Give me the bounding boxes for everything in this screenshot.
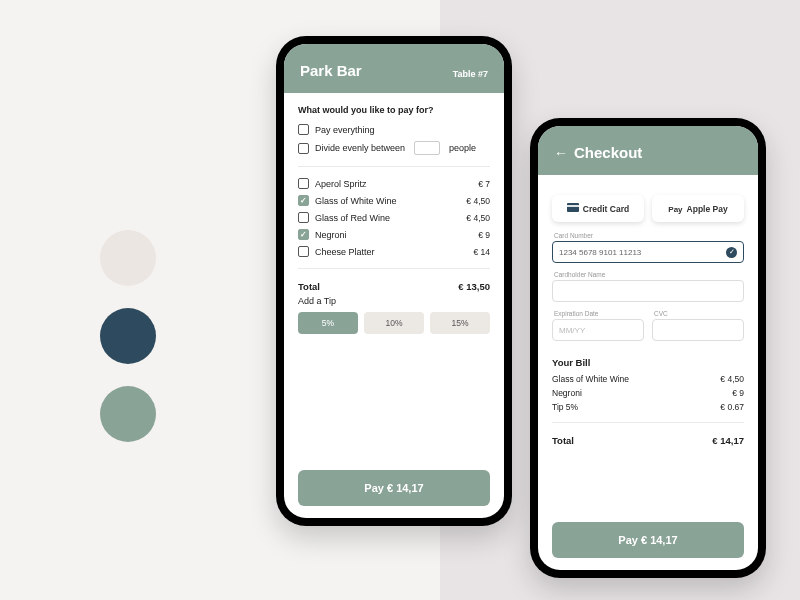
tip-option[interactable]: 15%	[430, 312, 490, 334]
item-name: Glass of Red Wine	[315, 213, 390, 223]
total-value: € 13,50	[458, 281, 490, 292]
valid-check-icon: ✓	[726, 247, 737, 258]
bill-item-name: Glass of White Wine	[552, 374, 629, 384]
item-price: € 14	[473, 247, 490, 257]
pay-prompt: What would you like to pay for?	[298, 105, 490, 115]
tip-option[interactable]: 10%	[364, 312, 424, 334]
total-row: Total € 14,17	[552, 435, 744, 446]
option-label: Divide evenly between	[315, 143, 405, 153]
option-split[interactable]: Divide evenly between people	[298, 138, 490, 158]
tip-label: Add a Tip	[298, 296, 490, 306]
item-row[interactable]: Aperol Spritz€ 7	[298, 175, 490, 192]
expiration-placeholder: MM/YY	[559, 326, 585, 335]
item-price: € 4,50	[466, 213, 490, 223]
tab-label: Apple Pay	[687, 204, 728, 214]
checkout-header: ← Checkout	[538, 126, 758, 175]
cvc-input[interactable]	[652, 319, 744, 341]
bill-item-name: Tip 5%	[552, 402, 578, 412]
card-number-label: Card Number	[554, 232, 744, 239]
bill-row: Tip 5%€ 0.67	[552, 400, 744, 414]
item-name: Cheese Platter	[315, 247, 375, 257]
divider	[298, 166, 490, 167]
tip-option[interactable]: 5%	[298, 312, 358, 334]
payment-method-tabs: Credit Card Pay Apple Pay	[552, 195, 744, 222]
bill-item-name: Negroni	[552, 388, 582, 398]
cvc-label: CVC	[654, 310, 744, 317]
item-name: Glass of White Wine	[315, 196, 397, 206]
checkbox-icon	[298, 178, 309, 189]
item-name: Aperol Spritz	[315, 179, 367, 189]
phone-order: Park Bar Table #7 What would you like to…	[276, 36, 512, 526]
people-input[interactable]	[414, 141, 440, 155]
expiration-input[interactable]: MM/YY	[552, 319, 644, 341]
cardholder-input[interactable]	[552, 280, 744, 302]
divider	[552, 422, 744, 423]
tip-options: 5%10%15%	[298, 312, 490, 334]
phone-checkout: ← Checkout Credit Card Pay Apple Pay Car…	[530, 118, 766, 578]
option-label: Pay everything	[315, 125, 375, 135]
cardholder-label: Cardholder Name	[554, 271, 744, 278]
svg-rect-1	[567, 205, 579, 207]
item-price: € 9	[478, 230, 490, 240]
divider	[298, 268, 490, 269]
checkbox-icon	[298, 143, 309, 154]
card-number-input[interactable]: 1234 5678 9101 11213 ✓	[552, 241, 744, 263]
item-price: € 4,50	[466, 196, 490, 206]
subtotal-row: Total € 13,50	[298, 281, 490, 292]
card-number-value: 1234 5678 9101 11213	[559, 248, 641, 257]
checkbox-icon	[298, 195, 309, 206]
expiration-label: Expiration Date	[554, 310, 644, 317]
item-row[interactable]: Negroni€ 9	[298, 226, 490, 243]
bill-title: Your Bill	[552, 357, 744, 368]
bill-row: Negroni€ 9	[552, 386, 744, 400]
item-row[interactable]: Glass of White Wine€ 4,50	[298, 192, 490, 209]
item-row[interactable]: Glass of Red Wine€ 4,50	[298, 209, 490, 226]
item-row[interactable]: Cheese Platter€ 14	[298, 243, 490, 260]
checkbox-icon	[298, 246, 309, 257]
item-price: € 7	[478, 179, 490, 189]
checkbox-icon	[298, 124, 309, 135]
card-icon	[567, 203, 579, 214]
option-pay-everything[interactable]: Pay everything	[298, 121, 490, 138]
item-name: Negroni	[315, 230, 347, 240]
table-number: Table #7	[453, 69, 488, 79]
color-palette	[100, 230, 156, 442]
pay-button[interactable]: Pay € 14,17	[298, 470, 490, 506]
checkbox-icon	[298, 229, 309, 240]
bill-item-price: € 0.67	[720, 402, 744, 412]
bill-row: Glass of White Wine€ 4,50	[552, 372, 744, 386]
svg-rect-0	[567, 203, 579, 212]
checkbox-icon	[298, 212, 309, 223]
tab-credit-card[interactable]: Credit Card	[552, 195, 644, 222]
option-label: people	[449, 143, 476, 153]
total-label: Total	[298, 281, 320, 292]
bill-item-price: € 9	[732, 388, 744, 398]
back-icon[interactable]: ←	[554, 145, 568, 161]
tab-apple-pay[interactable]: Pay Apple Pay	[652, 195, 744, 222]
total-label: Total	[552, 435, 574, 446]
order-header: Park Bar Table #7	[284, 44, 504, 93]
swatch-sage	[100, 386, 156, 442]
swatch-cream	[100, 230, 156, 286]
pay-button[interactable]: Pay € 14,17	[552, 522, 744, 558]
checkout-title: Checkout	[574, 144, 742, 161]
swatch-navy	[100, 308, 156, 364]
bill-item-price: € 4,50	[720, 374, 744, 384]
total-value: € 14,17	[712, 435, 744, 446]
tab-label: Credit Card	[583, 204, 629, 214]
apple-pay-icon: Pay	[668, 203, 682, 214]
bar-name: Park Bar	[300, 62, 362, 79]
